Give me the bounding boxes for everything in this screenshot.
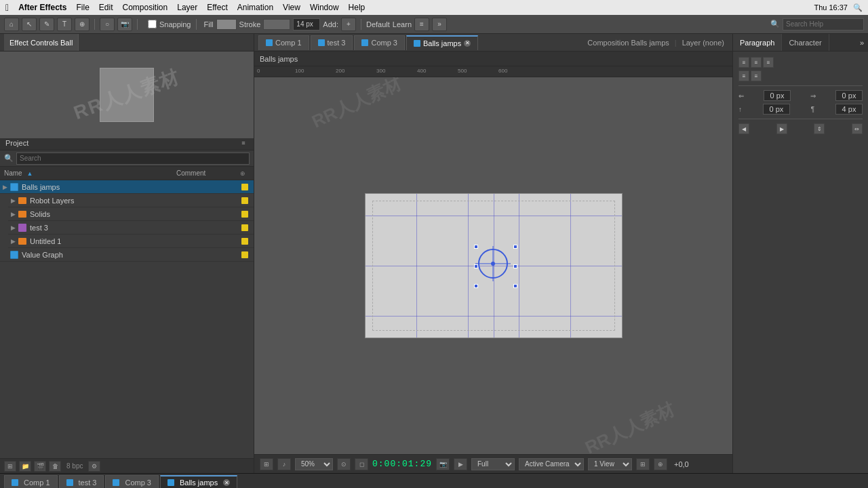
tl-tab-icon <box>113 479 119 486</box>
stroke-color[interactable] <box>263 19 290 30</box>
zoom-dropdown[interactable]: 50% 100% 25% <box>295 458 333 470</box>
search-input[interactable] <box>783 18 864 30</box>
camera-icon[interactable]: 📷 <box>436 458 450 470</box>
quality-dropdown[interactable]: Full Half Quarter <box>471 458 515 470</box>
sort-icon[interactable]: ▲ <box>26 170 33 177</box>
indent-val-2: 0 px <box>835 90 863 101</box>
new-composition-btn[interactable]: ⊞ <box>4 461 16 472</box>
project-item-untitled1[interactable]: ▶ Untitled 1 <box>8 235 254 248</box>
text-opt-btn-2[interactable]: ▶ <box>776 123 787 134</box>
render-btn[interactable]: ⊞ <box>260 458 273 470</box>
expand-icon: ▶ <box>11 238 18 245</box>
align-right-btn[interactable]: ≡ <box>763 57 774 68</box>
menu-edit[interactable]: Edit <box>99 3 113 12</box>
ball-container[interactable] <box>478 249 513 284</box>
menu-window[interactable]: Window <box>310 3 339 12</box>
settings-btn[interactable]: ⚙ <box>88 461 100 472</box>
handle-bl <box>474 284 478 288</box>
fill-color[interactable] <box>216 19 237 30</box>
indent-row-2: ↑ 0 px ¶ 4 px <box>738 104 863 115</box>
project-item-balls-jamps[interactable]: ▶ Balls jamps <box>0 180 254 194</box>
expand-btn[interactable]: » <box>432 18 447 31</box>
effect-controls-tab[interactable]: Effect Controls Ball <box>4 34 79 51</box>
right-panel-expand[interactable]: » <box>856 39 868 47</box>
text-tool[interactable]: T <box>57 18 72 31</box>
home-btn[interactable]: ⌂ <box>4 18 19 31</box>
select-tool[interactable]: ↖ <box>22 18 37 31</box>
comp-viewer-tabs: Comp 1 test 3 Comp 3 Balls jamps ✕ Compo… <box>254 34 732 52</box>
project-item-robot-layers[interactable]: ▶ Robot Layers <box>8 194 254 207</box>
viewer-btn[interactable]: ⊙ <box>337 458 351 470</box>
tl-tab-icon <box>66 479 73 486</box>
menu-help[interactable]: Help <box>349 3 366 12</box>
paragraph-tab[interactable]: Paragraph <box>733 34 782 51</box>
new-folder-btn[interactable]: 📁 <box>19 461 31 472</box>
pen-tool[interactable]: ✎ <box>39 18 54 31</box>
handle-tr <box>513 245 517 249</box>
menu-composition[interactable]: Composition <box>123 3 168 12</box>
stroke-width-input[interactable] <box>293 18 320 30</box>
menu-view[interactable]: View <box>283 3 300 12</box>
comp-tab-icon <box>266 39 273 46</box>
guide-v1 <box>416 194 417 338</box>
project-search-input[interactable] <box>16 152 250 165</box>
snapping-checkbox[interactable] <box>148 20 157 28</box>
options-btn[interactable]: ≡ <box>414 18 429 31</box>
delete-btn[interactable]: 🗑 <box>49 461 61 472</box>
tl-tab-test3[interactable]: test 3 <box>59 475 104 489</box>
camera-tool[interactable]: 📷 <box>117 18 132 31</box>
justify-all-btn[interactable]: ≡ <box>751 70 762 81</box>
align-left-btn[interactable]: ≡ <box>738 57 749 68</box>
justify-btn[interactable]: ≡ <box>738 70 749 81</box>
learn-label[interactable]: Learn <box>393 20 412 28</box>
grid-btn[interactable]: ⊞ <box>636 458 650 470</box>
handle-br <box>513 284 517 288</box>
text-opt-btn-1[interactable]: ◀ <box>738 123 749 134</box>
comp-tab-test3[interactable]: test 3 <box>311 35 353 50</box>
spacing-val-2: 4 px <box>835 104 863 115</box>
menubar-search-icon[interactable]: 🔍 <box>853 3 863 12</box>
tl-tab-balls-jamps[interactable]: Balls jamps ✕ <box>160 475 237 489</box>
bg-watermark-2: RR人人素材 <box>582 398 679 454</box>
guide-v4 <box>519 194 519 338</box>
col-add-btn[interactable]: ⊕ <box>240 170 254 177</box>
ruler-mark-0: 0 <box>257 68 260 74</box>
comp-tab-comp1[interactable]: Comp 1 <box>258 35 309 50</box>
project-options-icon[interactable]: ≡ <box>239 138 248 148</box>
close-tab-icon[interactable]: ✕ <box>464 40 471 47</box>
text-opt-btn-4[interactable]: ⇔ <box>852 123 863 134</box>
comp-tab-balls-jamps[interactable]: Balls jamps ✕ <box>406 35 478 50</box>
add-btn[interactable]: + <box>341 18 356 31</box>
fill-stroke-area: Fill Stroke Add: + <box>204 18 357 31</box>
character-tab[interactable]: Character <box>782 34 829 51</box>
region-btn[interactable]: ◻ <box>355 458 368 470</box>
comp-tab-comp3[interactable]: Comp 3 <box>354 35 405 50</box>
project-item-test3[interactable]: ▶ test 3 <box>8 221 254 235</box>
align-center-btn[interactable]: ≡ <box>751 57 762 68</box>
handle-tl <box>474 245 478 249</box>
menu-layer[interactable]: Layer <box>177 3 197 12</box>
tl-tab-comp1[interactable]: Comp 1 <box>4 475 58 489</box>
text-opt-btn-3[interactable]: ⇕ <box>814 123 825 134</box>
menu-file[interactable]: File <box>76 3 89 12</box>
audio-btn[interactable]: ♪ <box>277 458 291 470</box>
tl-tab-comp3[interactable]: Comp 3 <box>105 475 159 489</box>
view-dropdown[interactable]: 1 View 2 Views <box>588 458 632 470</box>
brush-tool[interactable]: ⊕ <box>75 18 90 31</box>
comment-col-header: Comment <box>172 169 240 177</box>
camera-dropdown[interactable]: Active Camera <box>519 458 584 470</box>
project-item-value-graph[interactable]: Value Graph <box>0 248 254 262</box>
apple-menu[interactable]:  <box>5 2 9 13</box>
export-btn[interactable]: ⊕ <box>654 458 667 470</box>
tl-close-btn[interactable]: ✕ <box>223 479 230 486</box>
ruler-mark-100: 100 <box>295 68 304 74</box>
folder-icon <box>18 209 27 219</box>
menu-effect[interactable]: Effect <box>207 3 227 12</box>
menu-after-effects[interactable]: After Effects <box>18 3 66 12</box>
menu-animation[interactable]: Animation <box>237 3 273 12</box>
shape-tool[interactable]: ○ <box>100 18 115 31</box>
footage-btn[interactable]: 🎬 <box>34 461 46 472</box>
text-options-row: ◀ ▶ ⇕ ⇔ <box>738 123 863 134</box>
project-item-solids[interactable]: ▶ Solids <box>8 207 254 221</box>
play-btn[interactable]: ▶ <box>454 458 467 470</box>
